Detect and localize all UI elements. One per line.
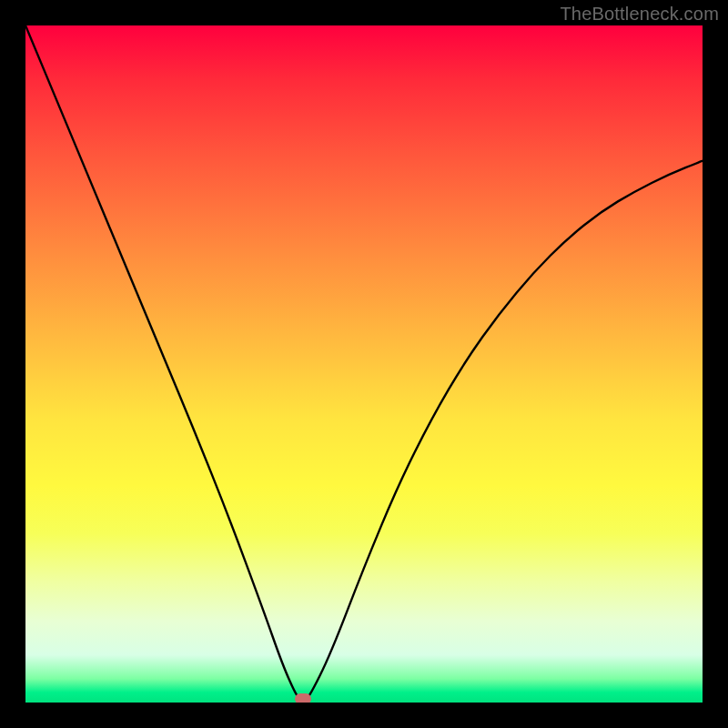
watermark-text: TheBottleneck.com <box>560 4 719 25</box>
bottleneck-curve <box>25 25 703 703</box>
chart-frame: TheBottleneck.com <box>0 0 728 728</box>
curve-path <box>25 25 703 701</box>
optimal-point-marker <box>295 693 311 703</box>
plot-area <box>25 25 703 703</box>
